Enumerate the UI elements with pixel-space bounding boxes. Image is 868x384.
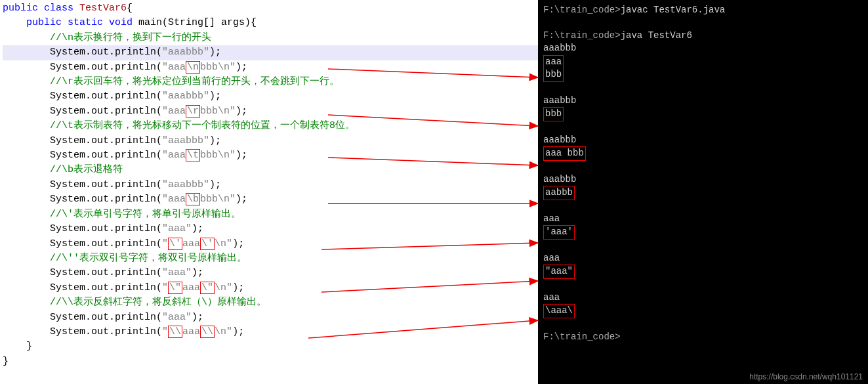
escape-sequence: \\ <box>168 326 182 338</box>
code-line: System.out.println("\"aaa\"\n"); <box>3 281 538 295</box>
escape-sequence: \" <box>168 282 182 294</box>
output-line: bbb <box>543 107 863 121</box>
escape-sequence: \" <box>200 282 215 294</box>
output-line: "aaa" <box>543 265 863 279</box>
code-line: System.out.println("\'aaa\'\n"); <box>3 237 538 251</box>
terminal-line: F:\train_code>javac TestVar6.java <box>543 4 863 17</box>
boxed-output: aabbb <box>543 186 575 200</box>
boxed-output: aaabbb <box>543 55 564 82</box>
escape-sequence: \b <box>186 193 200 205</box>
escape-sequence: \r <box>186 105 200 117</box>
boxed-output: \aaa\ <box>543 304 575 318</box>
code-line: System.out.println("aaa"); <box>3 222 538 236</box>
code-line: System.out.println("aaabbb"); <box>3 89 538 104</box>
code-line: System.out.println("\\aaa\\\n"); <box>3 325 538 339</box>
escape-sequence: \t <box>186 149 200 161</box>
terminal-panel[interactable]: F:\train_code>javac TestVar6.java F:\tra… <box>538 0 868 384</box>
output-line: aaa <box>543 291 863 305</box>
comment-line: //\'表示单引号字符，将单引号原样输出。 <box>3 207 538 222</box>
comment-line: //\''表示双引号字符，将双引号原样输出。 <box>3 251 538 266</box>
code-editor[interactable]: public class TestVar6{ public static voi… <box>0 0 538 384</box>
code-line: public static void main(String[] args){ <box>3 16 538 30</box>
terminal-line: F:\train_code> <box>543 331 863 344</box>
code-line: System.out.println("aaa\rbbb\n"); <box>3 104 538 119</box>
output-line: aaabbb <box>543 55 863 82</box>
code-line: System.out.println("aaa"); <box>3 310 538 325</box>
output-line: 'aaa' <box>543 225 863 240</box>
output-line: aaabbb <box>543 173 863 186</box>
code-line: } <box>3 339 538 354</box>
comment-line: //\b表示退格符 <box>3 163 538 177</box>
code-line: System.out.println("aaa\bbbb\n"); <box>3 192 538 207</box>
output-line: aaa <box>543 252 863 265</box>
comment-line: //\n表示换行符，换到下一行的开头 <box>3 31 538 45</box>
watermark: https://blog.csdn.net/wqh101121 <box>749 372 863 381</box>
comment-line: //\t表示制表符，将光标移动下一个制表符的位置，一个制表符8位。 <box>3 119 538 133</box>
keyword: public <box>3 3 38 14</box>
output-line: aaa bbb <box>543 146 863 161</box>
terminal-line: F:\train_code>java TestVar6 <box>543 30 863 43</box>
code-line: System.out.println("aaa"); <box>3 266 538 280</box>
output-line: \aaa\ <box>543 304 863 318</box>
code-line: System.out.println("aaa\nbbb\n"); <box>3 60 538 75</box>
code-line: System.out.println("aaabbb"); <box>3 178 538 192</box>
boxed-output: 'aaa' <box>543 225 575 240</box>
output-line: aaabbb <box>543 134 863 147</box>
output-line: aaa <box>543 213 863 226</box>
comment-line: //\\表示反斜杠字符，将反斜杠（\）原样输出。 <box>3 295 538 310</box>
boxed-output: aaa bbb <box>543 146 586 161</box>
code-line: } <box>3 354 538 369</box>
escape-sequence: \\ <box>200 326 215 338</box>
escape-sequence: \n <box>186 61 200 74</box>
escape-sequence: \' <box>168 238 182 250</box>
escape-sequence: \' <box>200 238 215 250</box>
prompt: F:\train_code> <box>543 5 621 15</box>
code-line: public class TestVar6{ <box>3 1 538 16</box>
code-line: System.out.println("aaa\tbbb\n"); <box>3 148 538 163</box>
boxed-output: bbb <box>543 107 564 121</box>
highlighted-line: System.out.println("aaabbb"); <box>3 45 538 60</box>
output-line: aabbb <box>543 186 863 200</box>
boxed-output: "aaa" <box>543 265 575 279</box>
output-line: aaabbb <box>543 42 863 55</box>
comment-line: //\r表示回车符，将光标定位到当前行的开头，不会跳到下一行。 <box>3 75 538 89</box>
code-line: System.out.println("aaabbb"); <box>3 134 538 148</box>
output-line: aaabbb <box>543 95 863 108</box>
prompt: F:\train_code> <box>543 30 621 41</box>
prompt: F:\train_code> <box>543 331 621 342</box>
